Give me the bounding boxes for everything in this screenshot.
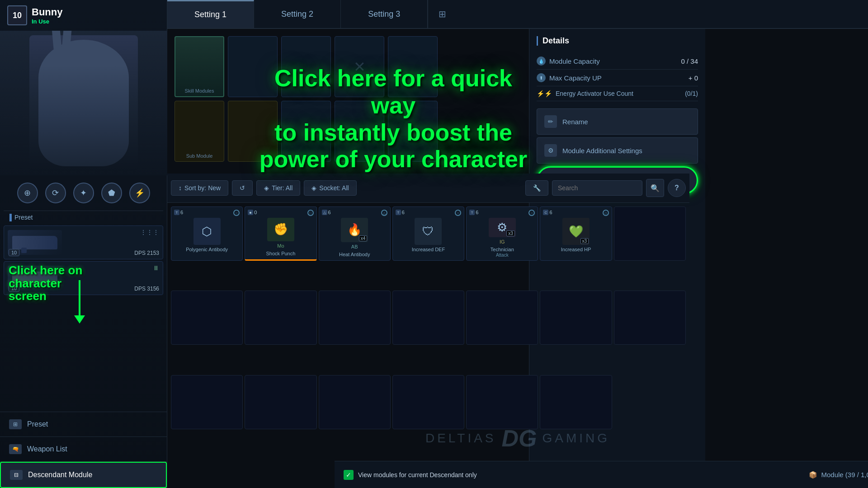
view-filter: ✓ View modules for current Descendant on… [344, 470, 477, 480]
additional-settings-icon: ⚙ [544, 144, 557, 157]
empty-slot-16[interactable] [245, 375, 316, 429]
weapon-level-1: 10 [9, 249, 19, 256]
sub-slot-empty-1[interactable] [228, 101, 278, 162]
empty-slot-11[interactable] [392, 291, 464, 345]
module-tier-6: C6 [543, 210, 552, 215]
energy-value: (0/1) [685, 90, 698, 97]
sub-module-slot[interactable]: Sub Module [175, 101, 224, 162]
module-name-5: Technician [491, 247, 514, 253]
slot-empty-6[interactable] [388, 101, 438, 162]
module-icon-area-6: 💚 x3 [562, 218, 590, 245]
skill-icon-1[interactable]: ⊕ [17, 183, 38, 203]
module-count-5: x3 [506, 230, 515, 236]
left-panel: 10 Bunny In Use ⊕ ⟳ ✦ ⬟ ⚡ Preset ⋮⋮⋮ 10 … [0, 0, 167, 488]
main-area: Setting 1 Setting 2 Setting 3 ⊞ Skill Mo… [167, 0, 868, 488]
module-card-increased-def[interactable]: T6 ○ 🛡 Increased DEF [392, 206, 464, 261]
module-name-3: Heat Antibody [339, 252, 370, 258]
module-card-technician-attack[interactable]: T6 ○ ⚙ x3 IG Technician Attack [466, 206, 538, 261]
weapon-section: Preset ⋮⋮⋮ 10 DPS 2153 ⏸ 10 DPS 3156 Cli… [4, 211, 163, 295]
module-card-polygenic-antibody[interactable]: T6 ○ ⬡ Polygenic Antibody [171, 206, 243, 261]
skill-icon-5[interactable]: ⚡ [129, 183, 150, 203]
rename-icon: ✏ [544, 115, 557, 128]
empty-slot-15[interactable] [171, 375, 243, 429]
socket-circle-1: ○ [233, 210, 240, 216]
character-level: 10 [7, 5, 27, 25]
nav-descendant-module-btn[interactable]: ⊟ Descendant Module [0, 462, 167, 488]
details-title: Details [537, 36, 698, 46]
socket-square-2: □ [307, 210, 314, 216]
nav-preset-btn[interactable]: ⊞ Preset [0, 412, 167, 437]
slot-empty-2[interactable] [281, 36, 331, 97]
grid-view-icon[interactable]: ⊞ [428, 0, 457, 28]
inventory-toolbar: ↕ Sort by: New ↺ ◈ Tier: All ◈ Socket: A… [167, 174, 689, 203]
max-capacity-row: ⬆ Max Capacity UP + 0 [537, 70, 698, 86]
module-count-3: x4 [359, 235, 368, 241]
empty-slot-13[interactable] [540, 291, 612, 345]
skill-icon-2[interactable]: ⟳ [45, 183, 66, 203]
tab-setting3[interactable]: Setting 3 [341, 0, 428, 28]
bottom-bar: ✓ View modules for current Descendant on… [335, 461, 868, 488]
socket-icon: ◈ [311, 184, 316, 192]
skill-module-slot[interactable]: Skill Modules [175, 36, 224, 97]
empty-slot-14[interactable] [614, 291, 686, 345]
module-total: 📦 Module (39 / 1,000) [809, 471, 868, 479]
socket-diamond-6: ◇ [603, 210, 609, 216]
module-symbol-3: 🔥 [347, 223, 362, 237]
weapon-card-1[interactable]: ⋮⋮⋮ 10 DPS 2153 [4, 225, 163, 259]
module-grid: T6 ○ ⬡ Polygenic Antibody ■0 □ [167, 203, 689, 461]
socket-filter-btn[interactable]: ◈ Socket: All [304, 180, 356, 196]
arrow-down-indicator [79, 280, 80, 316]
module-card-heat-antibody[interactable]: △6 △ 🔥 x4 AB Heat Antibody [319, 206, 391, 261]
character-header: 10 Bunny In Use [0, 0, 167, 31]
help-button[interactable]: ? [668, 179, 686, 197]
empty-slot-7[interactable] [614, 206, 686, 261]
tool-icon-btn[interactable]: 🔧 [525, 180, 548, 196]
empty-slot-20[interactable] [540, 375, 612, 429]
tab-setting1[interactable]: Setting 1 [167, 0, 254, 28]
empty-slot-19[interactable] [466, 375, 538, 429]
skill-icon-4[interactable]: ⬟ [101, 183, 122, 203]
refresh-btn[interactable]: ↺ [232, 180, 253, 196]
module-card-shock-punch[interactable]: ■0 □ ✊ Mo Shock Punch [245, 206, 316, 261]
search-button[interactable]: 🔍 [646, 179, 664, 197]
socket-triangle-3: △ [381, 210, 387, 216]
empty-slot-8[interactable] [171, 291, 243, 345]
weapon-card-2[interactable]: ⏸ 10 DPS 3156 Click here on character sc… [4, 261, 163, 295]
module-card-increased-hp[interactable]: C6 ◇ 💚 x3 Increased HP [540, 206, 612, 261]
slot-star-icon: ✕ [354, 58, 366, 75]
empty-slot-10[interactable] [319, 291, 391, 345]
empty-slot-17[interactable] [319, 375, 391, 429]
empty-slot-9[interactable] [245, 291, 316, 345]
skill-icon-3[interactable]: ✦ [73, 183, 94, 203]
tier-filter-btn[interactable]: ◈ Tier: All [256, 180, 300, 196]
slot-empty-5[interactable] [335, 101, 384, 162]
empty-slot-18[interactable] [392, 375, 464, 429]
slot-star[interactable]: ✕ [335, 36, 384, 97]
tab-setting2[interactable]: Setting 2 [254, 0, 341, 28]
slot-empty-4[interactable] [281, 101, 331, 162]
module-name-1: Polygenic Antibody [186, 247, 228, 253]
view-filter-checkbox[interactable]: ✓ [344, 470, 354, 480]
weapon-menu-icon-1: ⋮⋮⋮ [140, 229, 159, 236]
rename-btn[interactable]: ✏ Rename [537, 108, 698, 135]
module-tier-5: T6 [469, 210, 478, 215]
module-count-6: x3 [580, 238, 589, 244]
sort-btn[interactable]: ↕ Sort by: New [171, 180, 228, 196]
module-name-2-sub: Mo [277, 243, 284, 249]
module-icon-area-3: 🔥 x4 [341, 218, 368, 242]
module-tier-3: △6 [322, 210, 331, 215]
module-symbol-1: ⬡ [202, 225, 212, 239]
additional-settings-btn[interactable]: ⚙ Module Additional Settings [537, 137, 698, 164]
empty-slot-12[interactable] [466, 291, 538, 345]
module-subname-5: Attack [496, 253, 509, 258]
settings-tabs: Setting 1 Setting 2 Setting 3 ⊞ [167, 0, 868, 29]
search-input[interactable] [556, 181, 638, 195]
nav-weapon-list-btn[interactable]: 🔫 Weapon List [0, 437, 167, 462]
module-symbol-4: 🛡 [422, 225, 434, 239]
weapon-level-2: 10 [9, 285, 19, 292]
slot-empty-3[interactable] [388, 36, 438, 97]
weapon-pause-icon-2: ⏸ [153, 264, 159, 272]
module-tier-2: ■0 [248, 210, 257, 215]
preset-icon: ⊞ [9, 419, 22, 429]
slot-empty-1[interactable] [228, 36, 278, 97]
